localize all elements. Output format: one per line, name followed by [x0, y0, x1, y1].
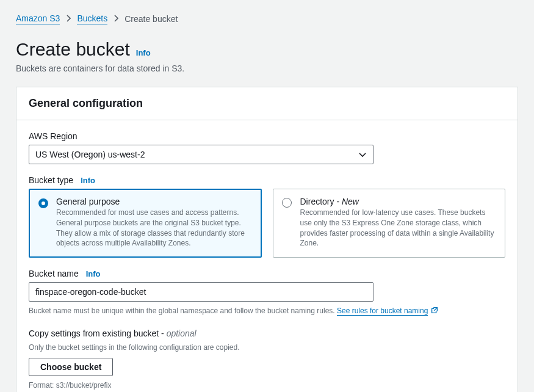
external-link-icon — [430, 306, 439, 318]
info-link[interactable]: Info — [136, 48, 151, 57]
breadcrumb-current: Create bucket — [124, 14, 178, 24]
region-select[interactable]: US West (Oregon) us-west-2 — [29, 145, 373, 164]
section-title: General configuration — [29, 97, 505, 110]
bucket-naming-rules-link[interactable]: See rules for bucket naming — [337, 307, 428, 316]
page-description: Buckets are containers for data stored i… — [16, 64, 518, 73]
bucket-type-general-desc: Recommended for most use cases and acces… — [56, 208, 253, 249]
bucket-type-general-radio[interactable]: General purpose Recommended for most use… — [29, 189, 262, 258]
region-label: AWS Region — [29, 131, 505, 141]
breadcrumb-root[interactable]: Amazon S3 — [16, 13, 60, 24]
bucket-type-label: Bucket type — [29, 175, 73, 185]
bucket-type-directory-desc: Recommended for low-latency use cases. T… — [300, 208, 497, 249]
copy-settings-desc: Only the bucket settings in the followin… — [29, 342, 505, 353]
copy-settings-format: Format: s3://bucket/prefix — [29, 380, 505, 391]
radio-icon — [38, 198, 48, 208]
bucket-type-general-title: General purpose — [56, 197, 253, 206]
chevron-right-icon — [114, 14, 118, 24]
general-configuration-panel: General configuration AWS Region US West… — [16, 87, 518, 392]
choose-bucket-button[interactable]: Choose bucket — [29, 358, 113, 376]
bucket-type-directory-radio[interactable]: Directory - New Recommended for low-late… — [273, 189, 506, 258]
region-selected-value: US West (Oregon) us-west-2 — [35, 150, 145, 159]
copy-settings-label: Copy settings from existing bucket - — [29, 328, 167, 338]
bucket-name-input[interactable] — [29, 282, 373, 302]
page-title: Create bucket — [16, 39, 130, 60]
breadcrumb-parent[interactable]: Buckets — [77, 13, 107, 24]
bucket-type-info-link[interactable]: Info — [81, 176, 95, 185]
radio-icon — [282, 198, 292, 208]
bucket-name-info-link[interactable]: Info — [86, 269, 101, 278]
bucket-type-directory-title: Directory - New — [300, 197, 497, 206]
chevron-right-icon — [66, 14, 71, 24]
bucket-name-label: Bucket name — [29, 269, 79, 278]
bucket-name-help: Bucket name must be unique within the gl… — [29, 305, 505, 318]
breadcrumb: Amazon S3 Buckets Create bucket — [16, 13, 518, 24]
copy-settings-optional: optional — [167, 328, 197, 338]
